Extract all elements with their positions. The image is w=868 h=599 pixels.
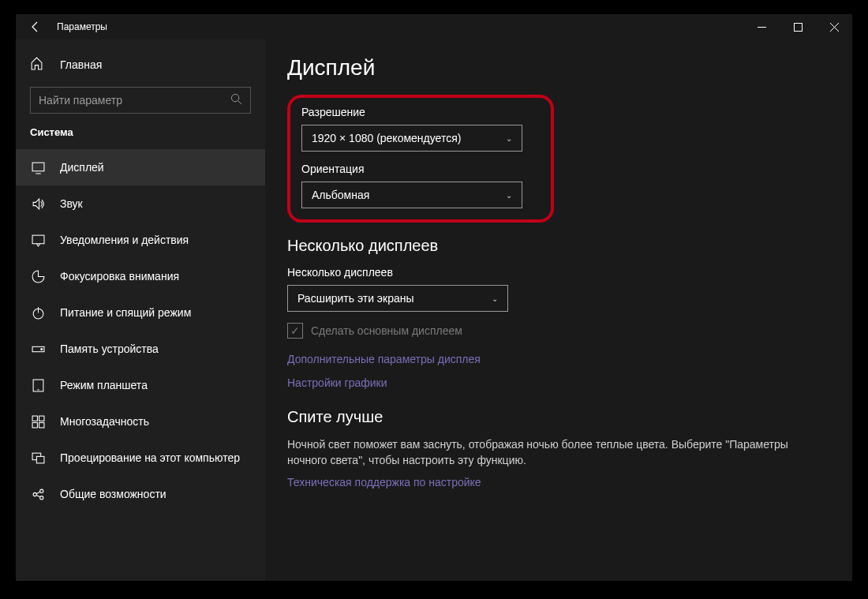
shared-icon [30,488,46,501]
sidebar-item-tablet[interactable]: Режим планшета [16,367,265,403]
sidebar-item-projecting[interactable]: Проецирование на этот компьютер [16,440,265,476]
minimize-button[interactable] [743,14,780,39]
sidebar-item-multitasking[interactable]: Многозадачность [16,403,265,440]
sidebar-item-display[interactable]: Дисплей [16,149,265,185]
svg-rect-8 [32,416,37,421]
back-button[interactable] [24,15,47,39]
svg-rect-9 [39,416,43,421]
close-icon [830,23,839,32]
arrow-left-icon [29,21,42,33]
sidebar-item-label: Проецирование на этот компьютер [60,451,240,464]
graphics-settings-link[interactable]: Настройки графики [287,376,830,389]
settings-window: Параметры Главная [16,14,852,581]
sidebar-item-notifications[interactable]: Уведомления и действия [16,222,265,258]
primary-display-checkbox-row: ✓ Сделать основным дисплеем [287,323,830,339]
sidebar-home-label: Главная [60,58,102,71]
primary-display-checkbox-label: Сделать основным дисплеем [311,324,462,337]
sidebar-item-sound[interactable]: Звук [16,185,265,222]
support-link[interactable]: Техническая поддержка по настройке [287,476,830,489]
sidebar-item-power[interactable]: Питание и спящий режим [16,294,265,331]
close-button[interactable] [816,14,852,39]
svg-rect-2 [32,163,44,171]
maximize-icon [794,23,803,32]
sidebar-item-label: Общие возможности [60,488,166,500]
focus-icon [30,270,46,283]
svg-rect-3 [32,235,44,244]
svg-rect-11 [39,422,43,427]
chevron-down-icon: ⌄ [506,191,512,200]
titlebar: Параметры [16,14,852,39]
svg-point-15 [39,489,43,492]
svg-point-14 [33,492,36,496]
maximize-button[interactable] [780,14,816,39]
tablet-icon [30,379,46,392]
sidebar-item-label: Многозадачность [60,415,149,428]
page-title: Дисплей [287,55,830,80]
search-input-container[interactable] [30,87,251,114]
chevron-down-icon: ⌄ [492,294,498,303]
sidebar-item-label: Память устройства [60,343,159,355]
notifications-icon [30,234,46,247]
sidebar-category: Система [16,126,265,149]
chevron-down-icon: ⌄ [506,134,512,143]
resolution-highlight-box: Разрешение 1920 × 1080 (рекомендуется) ⌄… [287,95,554,223]
svg-rect-0 [794,23,802,31]
storage-icon [30,343,46,356]
sleep-better-heading: Спите лучше [287,408,830,426]
sound-icon [30,197,46,211]
multitasking-icon [30,415,46,429]
app-title: Параметры [57,21,107,32]
orientation-value: Альбомная [312,189,369,201]
multi-displays-label: Несколько дисплеев [287,266,830,279]
sidebar: Главная Система Дисплей Звук [16,39,265,581]
power-icon [30,306,46,320]
svg-rect-10 [32,422,37,427]
sidebar-item-shared[interactable]: Общие возможности [16,476,265,512]
sidebar-item-label: Звук [60,197,83,210]
home-icon [30,57,46,73]
search-input[interactable] [39,94,230,107]
sidebar-item-label: Режим планшета [60,379,148,391]
resolution-dropdown[interactable]: 1920 × 1080 (рекомендуется) ⌄ [301,125,522,152]
multi-displays-dropdown[interactable]: Расширить эти экраны ⌄ [287,285,508,312]
display-icon [30,161,46,174]
resolution-value: 1920 × 1080 (рекомендуется) [312,132,461,144]
orientation-label: Ориентация [301,163,540,175]
sidebar-item-focus[interactable]: Фокусировка внимания [16,258,265,294]
search-icon [230,93,242,107]
multi-displays-value: Расширить эти экраны [297,292,414,305]
sidebar-home[interactable]: Главная [16,49,265,80]
svg-point-16 [39,496,43,499]
svg-rect-13 [36,456,44,463]
orientation-dropdown[interactable]: Альбомная ⌄ [301,182,522,208]
sidebar-item-label: Фокусировка внимания [60,270,179,283]
multi-displays-heading: Несколько дисплеев [287,237,830,255]
primary-display-checkbox: ✓ [287,323,303,339]
sidebar-item-label: Дисплей [60,161,104,174]
content-area: Дисплей Разрешение 1920 × 1080 (рекоменд… [265,39,852,581]
projecting-icon [30,451,46,465]
sidebar-item-label: Питание и спящий режим [60,306,191,319]
sleep-better-description: Ночной свет поможет вам заснуть, отображ… [287,437,808,468]
advanced-display-link[interactable]: Дополнительные параметры дисплея [287,353,830,365]
sidebar-item-label: Уведомления и действия [60,234,189,246]
svg-point-6 [40,348,42,350]
svg-point-1 [231,94,238,101]
sidebar-item-storage[interactable]: Память устройства [16,331,265,367]
resolution-label: Разрешение [301,106,540,118]
minimize-icon [758,23,766,32]
